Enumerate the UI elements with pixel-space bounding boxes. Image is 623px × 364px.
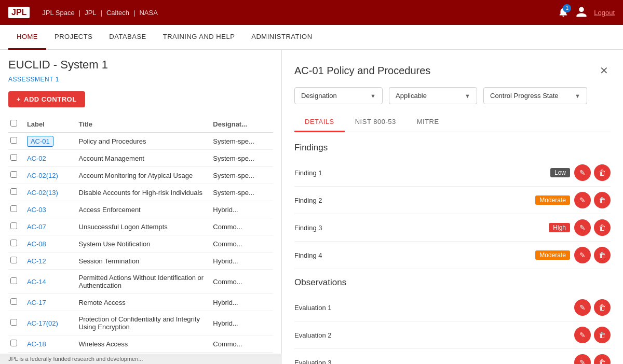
chevron-down-icon: ▼ [370, 93, 376, 99]
control-label-link[interactable]: AC-08 [27, 240, 46, 248]
nav-training[interactable]: TRAINING AND HELP [155, 25, 243, 50]
nav-nasa[interactable]: NASA [139, 9, 157, 17]
control-title: Access Enforcement [77, 201, 211, 218]
finding-badge: Moderate [535, 195, 570, 205]
delete-finding-button[interactable]: 🗑 [594, 164, 611, 181]
control-label-link[interactable]: AC-01 [27, 136, 53, 147]
right-panel: AC-01 Policy and Procedures ✕ Designatio… [282, 50, 623, 364]
add-control-label: ADD CONTROL [24, 95, 77, 103]
table-row[interactable]: AC-03 Access Enforcement Hybrid... [8, 201, 273, 218]
control-label-link[interactable]: AC-17 [27, 299, 46, 306]
observation-label: Evaluation 1 [294, 304, 570, 312]
table-row[interactable]: AC-18 Wireless Access Commo... [8, 335, 273, 353]
assessment-label[interactable]: ASSESSMENT 1 [8, 76, 273, 83]
delete-finding-button[interactable]: 🗑 [594, 247, 611, 263]
nav-links: JPL Space | JPL | Caltech | NASA [42, 9, 157, 17]
table-row[interactable]: AC-17(02) Protection of Confidentiality … [8, 311, 273, 335]
row-checkbox[interactable] [10, 277, 17, 284]
applicable-value: Applicable [396, 92, 427, 100]
findings-title: Findings [294, 143, 611, 153]
applicable-dropdown[interactable]: Applicable ▼ [389, 87, 477, 104]
logout-link[interactable]: Logout [594, 9, 615, 17]
row-checkbox[interactable] [10, 298, 17, 305]
notification-bell[interactable]: 1 [558, 6, 569, 19]
control-label-link[interactable]: AC-14 [27, 278, 46, 286]
edit-observation-button[interactable]: ✎ [574, 354, 591, 364]
row-checkbox[interactable] [10, 188, 17, 195]
finding-actions: ✎ 🗑 [574, 247, 611, 263]
observation-row: Evaluation 3 ✎ 🗑 [294, 349, 611, 364]
nav-jpl-space[interactable]: JPL Space [42, 9, 74, 17]
notif-count: 1 [563, 4, 571, 12]
row-checkbox[interactable] [10, 340, 17, 346]
nav-database[interactable]: DATABASE [101, 25, 154, 50]
row-checkbox[interactable] [10, 257, 17, 263]
nav-projects[interactable]: PROJECTS [46, 25, 101, 50]
control-label-link[interactable]: AC-02 [27, 155, 46, 162]
row-checkbox[interactable] [10, 171, 17, 178]
nav-jpl[interactable]: JPL [85, 9, 96, 17]
user-avatar-icon[interactable] [575, 6, 588, 20]
table-row[interactable]: AC-08 System Use Notification Commo... [8, 235, 273, 253]
col-label: Label [25, 116, 77, 133]
edit-observation-button[interactable]: ✎ [574, 299, 591, 316]
finding-badge: Moderate [535, 250, 570, 260]
delete-observation-button[interactable]: 🗑 [594, 327, 611, 343]
nav-administration[interactable]: ADMINISTRATION [243, 25, 320, 50]
table-row[interactable]: AC-02(12) Account Monitoring for Atypica… [8, 167, 273, 184]
edit-observation-button[interactable]: ✎ [574, 327, 591, 343]
row-checkbox[interactable] [10, 240, 17, 246]
nav-caltech[interactable]: Caltech [106, 9, 129, 17]
control-designation: System-spe... [211, 184, 273, 201]
control-designation: Commo... [211, 335, 273, 353]
add-control-button[interactable]: + ADD CONTROL [8, 91, 85, 107]
control-label-link[interactable]: AC-03 [27, 206, 46, 214]
control-label-link[interactable]: AC-17(02) [27, 319, 58, 327]
edit-finding-button[interactable]: ✎ [574, 192, 591, 208]
edit-finding-button[interactable]: ✎ [574, 219, 591, 236]
table-row[interactable]: AC-14 Permitted Actions Without Identifi… [8, 270, 273, 294]
designation-dropdown[interactable]: Designation ▼ [294, 87, 383, 104]
edit-finding-button[interactable]: ✎ [574, 247, 591, 263]
table-row[interactable]: AC-01 Policy and Procedures System-spe..… [8, 133, 273, 150]
select-all-checkbox[interactable] [10, 120, 17, 127]
delete-finding-button[interactable]: 🗑 [594, 219, 611, 236]
delete-observation-button[interactable]: 🗑 [594, 299, 611, 316]
finding-label: Finding 4 [294, 251, 531, 259]
control-label-link[interactable]: AC-02(12) [27, 172, 58, 179]
nav-home[interactable]: HOME [8, 25, 46, 50]
progress-dropdown[interactable]: Control Progress State ▼ [483, 87, 587, 104]
row-checkbox[interactable] [10, 205, 17, 212]
table-row[interactable]: AC-07 Unsuccessful Logon Attempts Commo.… [8, 218, 273, 235]
table-row[interactable]: AC-02(13) Disable Accounts for High-risk… [8, 184, 273, 201]
control-label-link[interactable]: AC-02(13) [27, 189, 58, 197]
control-label-link[interactable]: AC-12 [27, 257, 46, 265]
control-label-link[interactable]: AC-07 [27, 223, 46, 231]
row-checkbox[interactable] [10, 154, 17, 161]
observation-label: Evaluation 3 [294, 359, 570, 365]
control-title: Protection of Confidentiality and Integr… [77, 311, 211, 335]
row-checkbox[interactable] [10, 137, 17, 144]
edit-finding-button[interactable]: ✎ [574, 164, 591, 181]
panel-title: AC-01 Policy and Procedures [294, 65, 430, 77]
tab-details[interactable]: DETAILS [294, 113, 345, 132]
tabs-row: DETAILS NIST 800-53 MITRE [294, 113, 611, 132]
table-row[interactable]: AC-02 Account Management System-spe... [8, 150, 273, 167]
tab-mitre[interactable]: MITRE [407, 113, 450, 132]
close-button[interactable]: ✕ [598, 62, 611, 79]
table-row[interactable]: AC-12 Session Termination Hybrid... [8, 253, 273, 270]
observation-row: Evaluation 1 ✎ 🗑 [294, 294, 611, 321]
control-designation: System-spe... [211, 167, 273, 184]
finding-row: Finding 3 High ✎ 🗑 [294, 214, 611, 242]
row-checkbox[interactable] [10, 319, 17, 326]
delete-observation-button[interactable]: 🗑 [594, 354, 611, 364]
controls-table: Label Title Designat... AC-01 Policy and… [8, 116, 273, 353]
tab-nist[interactable]: NIST 800-53 [345, 113, 407, 132]
page-title: EUCLID - System 1 [8, 58, 273, 72]
delete-finding-button[interactable]: 🗑 [594, 192, 611, 208]
row-checkbox[interactable] [10, 222, 17, 229]
footer-bar: JPL is a federally funded research and d… [0, 354, 282, 364]
control-label-link[interactable]: AC-18 [27, 340, 46, 348]
table-row[interactable]: AC-17 Remote Access Hybrid... [8, 294, 273, 311]
jpl-logo: JPL [8, 7, 30, 18]
